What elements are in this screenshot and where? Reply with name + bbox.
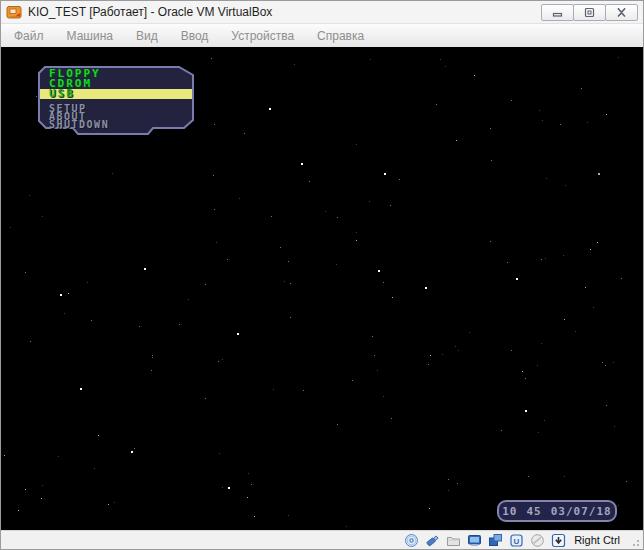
star bbox=[25, 489, 26, 490]
star bbox=[98, 435, 99, 436]
star bbox=[336, 264, 337, 265]
star bbox=[542, 120, 543, 121]
star bbox=[309, 181, 310, 182]
boot-menu: FLOPPY CDROM USB SETUP ABOUT SHUTDOWN bbox=[37, 65, 195, 137]
shared-folders-icon[interactable] bbox=[446, 533, 461, 548]
star bbox=[590, 249, 591, 250]
star bbox=[58, 456, 59, 457]
star bbox=[42, 216, 43, 217]
resize-grip[interactable] bbox=[630, 534, 640, 547]
restore-button[interactable] bbox=[573, 4, 606, 21]
menu-input[interactable]: Ввод bbox=[172, 26, 218, 46]
menu-file[interactable]: Файл bbox=[5, 26, 53, 46]
svg-text:U: U bbox=[514, 536, 520, 545]
star bbox=[369, 201, 370, 202]
vm-screen[interactable]: FLOPPY CDROM USB SETUP ABOUT SHUTDOWN 10… bbox=[1, 47, 643, 530]
star bbox=[211, 58, 212, 59]
star bbox=[114, 502, 115, 503]
status-icons: U Right Ctrl bbox=[404, 533, 640, 548]
star bbox=[251, 484, 252, 485]
star bbox=[528, 476, 529, 477]
star bbox=[378, 270, 380, 272]
star bbox=[144, 268, 146, 270]
star bbox=[399, 179, 400, 180]
window-controls bbox=[542, 4, 638, 21]
star bbox=[606, 405, 607, 406]
minimize-button[interactable] bbox=[541, 4, 574, 21]
star bbox=[525, 410, 527, 412]
star bbox=[237, 333, 239, 335]
star bbox=[337, 217, 338, 218]
star bbox=[68, 293, 69, 294]
star bbox=[152, 355, 153, 356]
clock-date: 03/07/18 bbox=[551, 505, 612, 518]
usb-controller-icon[interactable]: U bbox=[509, 533, 524, 548]
star bbox=[455, 346, 456, 347]
title-bar[interactable]: KIO_TEST [Работает] - Oracle VM VirtualB… bbox=[1, 1, 643, 23]
star bbox=[606, 114, 607, 115]
star bbox=[247, 497, 248, 498]
clock-display: 10 45 03/07/18 bbox=[497, 500, 617, 522]
star bbox=[325, 211, 326, 212]
boot-item-shutdown[interactable]: SHUTDOWN bbox=[49, 121, 109, 129]
menu-help[interactable]: Справка bbox=[308, 26, 373, 46]
star bbox=[91, 320, 92, 321]
virtual-screens-icon[interactable] bbox=[488, 533, 503, 548]
star bbox=[80, 388, 82, 390]
star bbox=[545, 258, 546, 259]
star bbox=[597, 242, 598, 243]
menu-machine[interactable]: Машина bbox=[58, 26, 122, 46]
star bbox=[539, 110, 540, 111]
star bbox=[598, 173, 600, 175]
star bbox=[288, 515, 289, 516]
star bbox=[593, 307, 594, 308]
usb-stick-icon[interactable] bbox=[425, 533, 440, 548]
star bbox=[457, 483, 458, 484]
star bbox=[618, 57, 619, 58]
star bbox=[4, 455, 5, 456]
close-button[interactable] bbox=[605, 4, 638, 21]
star bbox=[248, 473, 249, 474]
star bbox=[546, 178, 547, 179]
clock-minutes: 45 bbox=[527, 505, 542, 518]
star bbox=[10, 227, 11, 228]
star bbox=[537, 365, 538, 366]
star bbox=[511, 350, 512, 351]
star bbox=[564, 476, 565, 477]
star bbox=[41, 498, 42, 499]
star bbox=[436, 104, 437, 105]
star bbox=[294, 64, 295, 65]
keyboard-capture-icon[interactable] bbox=[551, 533, 566, 548]
star bbox=[618, 505, 619, 506]
star bbox=[139, 326, 140, 327]
star bbox=[271, 216, 272, 217]
star bbox=[392, 297, 393, 298]
optical-disc-icon[interactable] bbox=[404, 533, 419, 548]
star bbox=[511, 100, 512, 101]
star bbox=[346, 526, 347, 527]
star bbox=[538, 432, 539, 433]
star bbox=[391, 418, 392, 419]
menu-view[interactable]: Вид bbox=[127, 26, 167, 46]
star bbox=[614, 426, 615, 427]
boot-item-usb[interactable]: USB bbox=[49, 89, 75, 99]
star bbox=[25, 272, 26, 273]
star bbox=[254, 516, 255, 517]
star bbox=[541, 259, 542, 260]
star bbox=[152, 357, 153, 358]
star bbox=[218, 361, 219, 362]
star bbox=[337, 424, 338, 425]
menu-devices[interactable]: Устройства bbox=[222, 26, 303, 46]
star bbox=[442, 354, 443, 355]
star bbox=[469, 332, 470, 333]
star bbox=[269, 108, 271, 110]
star bbox=[440, 59, 441, 60]
display-icon[interactable] bbox=[467, 533, 482, 548]
star bbox=[490, 241, 491, 242]
mouse-integration-icon[interactable] bbox=[530, 533, 545, 548]
star bbox=[290, 283, 291, 284]
star bbox=[18, 510, 19, 511]
virtualbox-logo-icon bbox=[6, 4, 22, 20]
star bbox=[188, 299, 189, 300]
star bbox=[563, 255, 564, 256]
